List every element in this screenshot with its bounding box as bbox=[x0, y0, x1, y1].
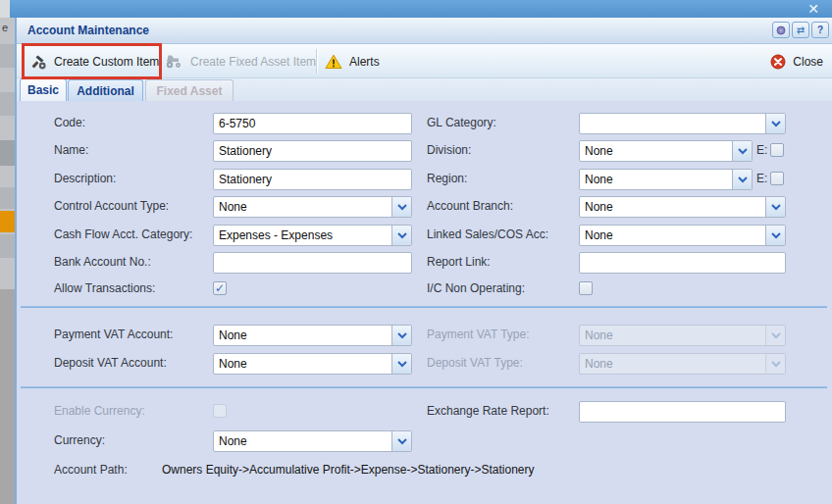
alerts-button[interactable]: Alerts bbox=[325, 44, 380, 78]
control-account-type-value: None bbox=[214, 200, 391, 214]
tab-strip: Basic Additional Fixed Asset bbox=[17, 78, 832, 101]
background-highlight-row bbox=[0, 211, 15, 232]
division-e-label: E: bbox=[756, 143, 767, 157]
account-branch-value: None bbox=[580, 200, 765, 214]
ic-non-operating-label: I/C Non Operating: bbox=[427, 281, 525, 295]
account-path-label: Account Path: bbox=[54, 463, 128, 477]
close-button[interactable]: Close bbox=[770, 44, 823, 78]
payment-vat-type-select: None bbox=[579, 325, 786, 346]
chevron-down-icon bbox=[765, 326, 785, 345]
create-custom-item-button[interactable]: Create Custom Item bbox=[30, 44, 159, 78]
refresh-button[interactable]: ⇄ bbox=[792, 22, 809, 38]
payment-vat-account-select[interactable]: None bbox=[213, 325, 412, 346]
code-input[interactable] bbox=[213, 113, 412, 134]
tab-basic[interactable]: Basic bbox=[20, 78, 67, 101]
chevron-down-icon[interactable] bbox=[765, 114, 785, 133]
region-select[interactable]: None bbox=[579, 169, 753, 190]
allow-transactions-checkbox[interactable]: ✓ bbox=[213, 281, 227, 295]
pin-icon bbox=[776, 25, 786, 35]
create-fixed-asset-item-button: Create Fixed Asset Item bbox=[165, 44, 316, 78]
exchange-rate-report-label: Exchange Rate Report: bbox=[427, 404, 549, 418]
payment-vat-type-value: None bbox=[580, 328, 765, 342]
background-row bbox=[0, 289, 15, 504]
chevron-down-icon[interactable] bbox=[765, 197, 785, 217]
name-input[interactable] bbox=[213, 140, 412, 162]
chevron-down-icon[interactable] bbox=[391, 326, 411, 345]
cash-flow-category-select[interactable]: Expenses - Expenses bbox=[213, 225, 412, 246]
bank-account-no-label: Bank Account No.: bbox=[54, 255, 151, 269]
deposit-vat-type-label: Deposit VAT Type: bbox=[427, 356, 523, 370]
pin-button[interactable] bbox=[772, 22, 790, 38]
currency-value: None bbox=[214, 434, 391, 448]
deposit-vat-account-label: Deposit VAT Account: bbox=[54, 356, 167, 370]
currency-select[interactable]: None bbox=[213, 430, 412, 452]
deposit-vat-type-select: None bbox=[579, 353, 786, 375]
dialog-titlebar: Account Maintenance ⇄ ? bbox=[17, 18, 832, 44]
division-e-checkbox[interactable] bbox=[770, 143, 784, 157]
tab-basic-label: Basic bbox=[27, 83, 59, 97]
region-label: Region: bbox=[427, 172, 467, 185]
description-input[interactable] bbox=[213, 169, 412, 190]
section-divider bbox=[21, 386, 827, 388]
background-row bbox=[0, 187, 15, 209]
enable-currency-checkbox bbox=[213, 404, 227, 418]
help-icon: ? bbox=[817, 25, 823, 35]
exchange-rate-report-input[interactable] bbox=[579, 401, 786, 423]
close-circle-icon bbox=[770, 54, 786, 70]
deposit-vat-type-value: None bbox=[580, 357, 765, 371]
control-account-type-label: Control Account Type: bbox=[54, 199, 169, 213]
account-path-value: Owners Equity->Accumulative Profit->Expe… bbox=[162, 463, 535, 477]
warning-icon bbox=[325, 54, 342, 70]
linked-sales-cos-select[interactable]: None bbox=[579, 225, 786, 246]
dialog-title: Account Maintenance bbox=[27, 24, 149, 37]
payment-vat-account-label: Payment VAT Account: bbox=[54, 328, 173, 341]
chevron-down-icon[interactable] bbox=[732, 170, 752, 189]
cash-flow-category-label: Cash Flow Acct. Category: bbox=[54, 227, 192, 241]
bank-account-no-input[interactable] bbox=[213, 252, 412, 274]
payment-vat-type-label: Payment VAT Type: bbox=[427, 328, 530, 341]
background-row bbox=[0, 92, 15, 116]
chevron-down-icon[interactable] bbox=[391, 354, 411, 374]
ic-non-operating-checkbox[interactable] bbox=[579, 281, 593, 295]
code-label: Code: bbox=[54, 116, 85, 129]
enable-currency-label: Enable Currency: bbox=[54, 404, 145, 418]
linked-sales-cos-value: None bbox=[580, 228, 765, 242]
division-select[interactable]: None bbox=[579, 140, 753, 162]
form-content: Code: Name: Description: Control Account… bbox=[17, 101, 832, 504]
section-divider bbox=[21, 306, 827, 308]
payment-vat-account-value: None bbox=[214, 328, 391, 342]
create-custom-item-label: Create Custom Item bbox=[54, 55, 159, 69]
chevron-down-icon bbox=[765, 354, 785, 374]
tab-additional[interactable]: Additional bbox=[68, 79, 143, 101]
background-row bbox=[0, 234, 15, 258]
chevron-down-icon[interactable] bbox=[732, 141, 752, 161]
report-link-label: Report Link: bbox=[427, 255, 491, 269]
hammer-gear-icon bbox=[30, 54, 47, 70]
window-close-icon[interactable]: ✕ bbox=[807, 0, 819, 18]
titlebar-buttons: ⇄ ? bbox=[772, 22, 829, 38]
create-fixed-asset-item-label: Create Fixed Asset Item bbox=[190, 55, 316, 69]
region-e-checkbox[interactable] bbox=[770, 172, 784, 185]
alerts-label: Alerts bbox=[349, 55, 380, 69]
region-e-label: E: bbox=[756, 172, 767, 185]
chevron-down-icon[interactable] bbox=[765, 226, 785, 245]
currency-label: Currency: bbox=[54, 433, 105, 447]
screen: e ✕ Account Maintenance ⇄ ? bbox=[0, 0, 832, 504]
help-button[interactable]: ? bbox=[811, 22, 829, 38]
division-label: Division: bbox=[427, 143, 471, 157]
dialog-toolbar: Create Custom Item Create Fixed Asset It… bbox=[17, 44, 832, 78]
gl-category-select[interactable] bbox=[579, 113, 786, 134]
chevron-down-icon[interactable] bbox=[391, 431, 411, 451]
report-link-input[interactable] bbox=[579, 252, 786, 274]
tractor-icon bbox=[165, 54, 183, 69]
background-window-strip: e bbox=[0, 0, 15, 504]
chevron-down-icon[interactable] bbox=[391, 226, 411, 245]
background-row bbox=[0, 44, 15, 68]
name-label: Name: bbox=[54, 143, 88, 157]
gl-category-label: GL Category: bbox=[427, 116, 496, 129]
chevron-down-icon[interactable] bbox=[391, 197, 411, 217]
account-branch-select[interactable]: None bbox=[579, 196, 786, 218]
deposit-vat-account-select[interactable]: None bbox=[213, 353, 412, 375]
linked-sales-cos-label: Linked Sales/COS Acc: bbox=[427, 227, 548, 241]
control-account-type-select[interactable]: None bbox=[213, 196, 412, 218]
